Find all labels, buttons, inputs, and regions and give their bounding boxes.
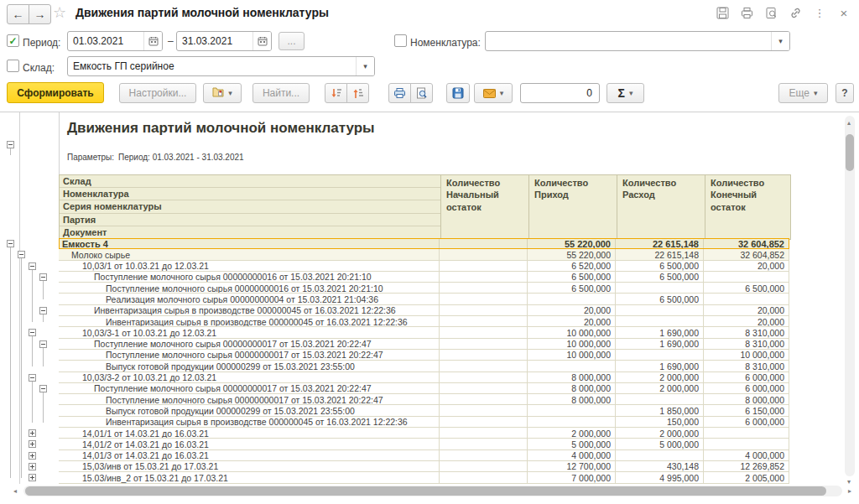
nomenclature-dropdown-button[interactable]: ▾ xyxy=(771,32,789,50)
sort-ascending-button[interactable] xyxy=(346,83,369,103)
table-row[interactable]: Инвентаризация сырья в производстве 0000… xyxy=(59,417,789,428)
collapse-box[interactable] xyxy=(7,240,14,247)
vertical-scrollbar[interactable] xyxy=(845,116,855,476)
cell-qty-in: 10 000,000 xyxy=(528,327,616,338)
cell-qty-in: 8 000,000 xyxy=(528,372,616,383)
table-row[interactable]: Выпуск готовой продукции 000000299 от 15… xyxy=(59,361,789,372)
help-button[interactable]: ? xyxy=(836,83,854,103)
save-window-icon[interactable] xyxy=(716,6,729,19)
period-to-field[interactable]: 31.03.2021 xyxy=(176,31,272,51)
find-button[interactable]: Найти... xyxy=(252,83,310,103)
table-row[interactable]: Поступление молочного сырья 00000000017 … xyxy=(59,383,789,394)
warehouse-checkbox[interactable] xyxy=(7,60,19,72)
table-row[interactable]: 10,03/3-1 от 10.03.21 до 12.03.2110 000,… xyxy=(59,327,789,338)
sort-descending-button[interactable] xyxy=(325,83,347,103)
row-label: Инвентаризация сырья в производстве 0000… xyxy=(59,305,440,316)
table-row[interactable]: Инвентаризация сырья в производстве 0000… xyxy=(59,305,789,316)
table-row[interactable]: Поступление молочного сырья 00000000017 … xyxy=(59,350,789,361)
forward-button[interactable]: → xyxy=(29,4,51,24)
preview-window-icon[interactable] xyxy=(764,6,778,19)
chevron-down-icon: ▾ xyxy=(363,62,367,70)
table-row[interactable]: Выпуск готовой продукции 000000299 от 15… xyxy=(59,405,789,416)
scroll-left-icon[interactable]: ◂ xyxy=(13,488,17,495)
help-label: ? xyxy=(841,87,847,99)
row-label: 15,03/инв от 15.03.21 до 17.03.21 xyxy=(59,461,440,472)
calendar-icon[interactable] xyxy=(252,32,271,50)
table-row[interactable]: 10,03/3-2 от 10.03.21 до 12.03.218 000,0… xyxy=(59,372,789,383)
table-row[interactable]: Поступление молочного сырья 00000000016 … xyxy=(59,272,789,283)
print-preview-button[interactable] xyxy=(410,83,433,103)
collapse-box[interactable] xyxy=(29,262,36,270)
cell-qty-start xyxy=(440,383,528,394)
table-row[interactable]: Поступление молочного сырья 00000000017 … xyxy=(59,339,789,350)
dimension-headers: СкладНоменклатураСерия номенклатурыПарти… xyxy=(60,175,440,239)
scroll-up-icon[interactable]: ▴ xyxy=(847,120,851,127)
table-row[interactable]: Инвентаризация сырья в производстве 0000… xyxy=(59,316,789,327)
print-window-icon[interactable] xyxy=(740,6,753,19)
cell-qty-out: 6 500,000 xyxy=(616,261,704,272)
row-label: 14,01/1 от 14.03.21 до 16.03.21 xyxy=(59,428,440,439)
generate-button[interactable]: Сформировать xyxy=(7,82,104,103)
period-checkbox[interactable]: ✓ xyxy=(7,34,19,47)
table-row[interactable]: Реализация молочного сырья 00000000004 о… xyxy=(59,294,789,304)
table-row[interactable]: 14,01/2 от 14.03.21 до 16.03.215 000,000… xyxy=(59,439,789,449)
collapse-box[interactable] xyxy=(29,329,36,336)
report-variants-button[interactable]: ▾ xyxy=(203,83,242,103)
nomenclature-checkbox[interactable] xyxy=(394,34,407,47)
collapse-box[interactable] xyxy=(29,374,36,382)
warehouse-dropdown-button[interactable]: ▾ xyxy=(356,57,374,75)
table-row[interactable]: 15.03/инв_2 от 15.03.21 до 17.03.217 000… xyxy=(59,472,789,483)
collapse-box[interactable] xyxy=(39,273,47,281)
table-row[interactable]: Молоко сырье55 220,00022 615,14832 604,8… xyxy=(59,249,789,260)
settings-button[interactable]: Настройки... xyxy=(119,83,196,103)
cell-qty-in xyxy=(528,361,616,372)
horizontal-scroll-thumb[interactable] xyxy=(25,486,826,496)
table-row[interactable]: 10,03/1 от 10.03.21 до 12.03.216 520,000… xyxy=(59,261,789,272)
table-row[interactable]: Емкость 455 220,00022 615,14832 604,852 xyxy=(59,238,789,249)
collapse-box[interactable] xyxy=(18,251,25,258)
send-mail-button[interactable]: ▾ xyxy=(474,83,513,103)
cell-qty-end: 10 000,000 xyxy=(704,350,789,361)
scroll-down-icon[interactable]: ▾ xyxy=(847,479,851,486)
expand-box[interactable] xyxy=(29,452,36,460)
period-more-button[interactable]: ... xyxy=(279,32,305,50)
expand-box[interactable] xyxy=(29,429,36,437)
table-row[interactable]: Поступление молочного сырья 00000000016 … xyxy=(59,283,789,294)
back-button[interactable]: ← xyxy=(7,4,29,24)
collapse-box[interactable] xyxy=(39,340,47,348)
scroll-right-icon[interactable]: ▸ xyxy=(848,488,851,495)
table-row[interactable]: Поступление молочного сырья 00000000017 … xyxy=(59,394,789,405)
totals-button[interactable]: Σ ▾ xyxy=(607,83,644,103)
close-icon[interactable]: × xyxy=(837,6,851,19)
warehouse-field[interactable]: Емкость ГП серийное ▾ xyxy=(67,56,375,76)
collapse-box[interactable] xyxy=(39,307,47,314)
save-result-button[interactable] xyxy=(446,83,470,103)
expand-box[interactable] xyxy=(29,440,36,448)
table-row[interactable]: 14,01/3 от 14.03.21 до 16.03.214 000,000… xyxy=(59,450,789,461)
expand-box[interactable] xyxy=(29,463,36,470)
check-icon: ✓ xyxy=(8,35,17,47)
calendar-icon[interactable] xyxy=(143,32,162,50)
period-from-value: 01.03.2021 xyxy=(68,32,143,50)
expand-box[interactable] xyxy=(29,474,36,481)
print-button[interactable] xyxy=(388,83,411,103)
cell-qty-in: 12 700,000 xyxy=(528,461,616,472)
cell-qty-in: 6 500,000 xyxy=(528,272,616,283)
find-label: Найти... xyxy=(263,87,299,99)
favorite-star-icon[interactable]: ☆ xyxy=(53,3,66,21)
save-icon xyxy=(452,87,464,99)
cell-qty-out: 2 000,000 xyxy=(616,428,704,439)
collapse-box[interactable] xyxy=(7,141,14,148)
kebab-menu-icon[interactable]: ⋮ xyxy=(813,6,826,19)
cell-qty-out: 22 615,148 xyxy=(616,238,704,249)
link-icon[interactable] xyxy=(789,6,802,19)
period-from-field[interactable]: 01.03.2021 xyxy=(67,31,163,51)
more-button[interactable]: Еще ▾ xyxy=(778,83,828,103)
table-row[interactable]: 15,03/инв от 15.03.21 до 17.03.2112 700,… xyxy=(59,461,789,472)
vertical-scroll-thumb[interactable] xyxy=(846,134,854,171)
collapse-box[interactable] xyxy=(39,385,47,392)
nomenclature-field[interactable]: ▾ xyxy=(485,31,790,51)
table-row[interactable]: 14,01/1 от 14.03.21 до 16.03.212 000,000… xyxy=(59,428,789,439)
horizontal-scrollbar[interactable] xyxy=(23,486,842,496)
counter-field[interactable]: 0 xyxy=(520,83,600,103)
